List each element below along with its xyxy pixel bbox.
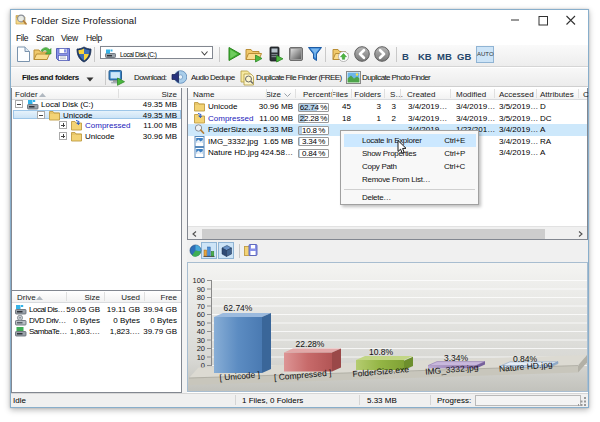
- svg-text:3.34%: 3.34%: [444, 353, 469, 363]
- svg-text:62.74%: 62.74%: [224, 303, 253, 313]
- svg-text:22.28%: 22.28%: [296, 339, 325, 349]
- svg-text:10.8%: 10.8%: [369, 347, 394, 357]
